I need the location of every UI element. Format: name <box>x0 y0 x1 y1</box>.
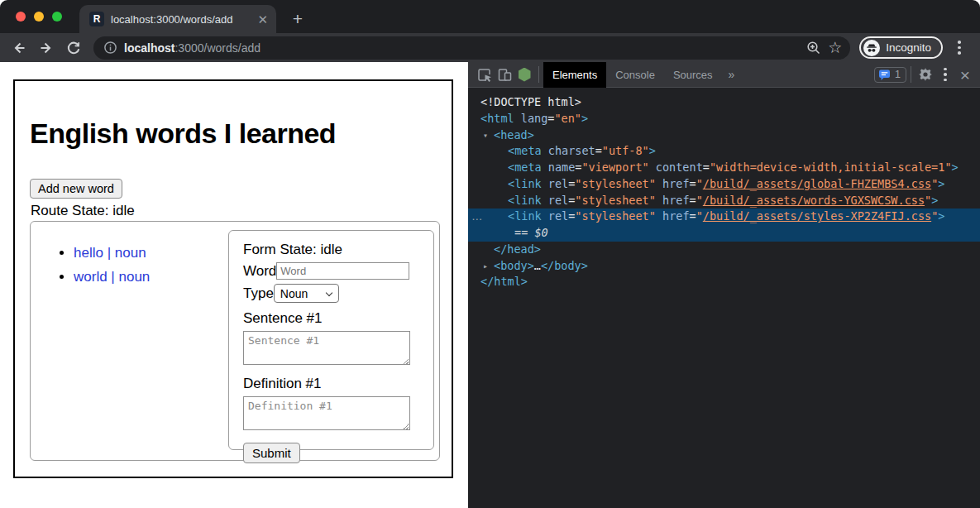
chevron-down-icon <box>326 290 332 296</box>
devtools-tab-console[interactable]: Console <box>606 62 664 88</box>
add-new-word-button[interactable]: Add new word <box>30 179 122 199</box>
back-icon[interactable] <box>8 37 30 59</box>
expand-arrow-right-icon[interactable]: ▸ <box>483 258 488 275</box>
devtools-toolbar: ElementsConsoleSources » 1 × <box>468 62 980 88</box>
devtools-close-icon[interactable]: × <box>955 65 975 84</box>
issues-counter[interactable]: 1 <box>874 67 906 83</box>
incognito-badge: Incognito <box>859 36 943 59</box>
dom-tree-line[interactable]: <link rel="stylesheet" href="/build/_ass… <box>468 193 980 209</box>
issues-count: 1 <box>895 69 901 80</box>
add-word-form: Form State: idle Word Type Noun <box>228 230 434 450</box>
definition-textarea[interactable] <box>243 396 410 430</box>
type-select-value: Noun <box>280 287 308 300</box>
settings-gear-icon[interactable] <box>915 65 935 84</box>
address-toolbar: localhost:3000/words/add ☆ Incognito <box>0 33 980 62</box>
incognito-icon <box>863 40 880 56</box>
new-tab-button[interactable]: + <box>288 9 308 29</box>
submit-button[interactable]: Submit <box>243 443 300 463</box>
traffic-lights <box>16 12 62 22</box>
word-list-item: hello | noun <box>74 245 150 261</box>
word-input[interactable] <box>276 262 409 280</box>
device-toolbar-icon[interactable] <box>495 65 514 84</box>
route-state-text: Route State: idle <box>31 203 135 219</box>
tab-close-icon[interactable]: ✕ <box>257 13 268 26</box>
dom-tree-line[interactable]: <!DOCTYPE html> <box>468 94 980 111</box>
dom-tree: <!DOCTYPE html><html lang="en">▾<head><m… <box>468 88 980 508</box>
dom-tree-line[interactable]: <meta charset="utf-8"> <box>468 143 980 160</box>
app-container: English words I learned Add new word Rou… <box>13 79 453 478</box>
browser-window: R localhost:3000/words/add ✕ + localhost… <box>0 0 980 508</box>
dom-tree-line[interactable]: <html lang="en"> <box>468 111 980 127</box>
page-title: English words I learned <box>30 117 336 150</box>
inspect-element-icon[interactable] <box>475 65 495 84</box>
definition-label: Definition #1 <box>243 376 420 392</box>
devtools-tab-sources[interactable]: Sources <box>664 62 722 88</box>
sentence-textarea[interactable] <box>243 331 410 365</box>
word-list-item: world | noun <box>74 269 150 285</box>
node-target-icon[interactable] <box>514 65 534 84</box>
type-select[interactable]: Noun <box>274 284 339 303</box>
address-bar[interactable]: localhost:3000/words/add ☆ <box>93 36 850 60</box>
dom-tree-line[interactable]: </html> <box>468 274 980 290</box>
incognito-label: Incognito <box>886 41 931 54</box>
sentence-label: Sentence #1 <box>243 310 420 327</box>
dom-tree-line[interactable]: ▾<head> <box>468 127 980 144</box>
forward-icon[interactable] <box>36 37 57 59</box>
more-actions-icon[interactable]: … <box>471 208 483 225</box>
word-label: Word <box>243 263 276 280</box>
zoom-page-icon[interactable] <box>806 41 821 55</box>
browser-menu-icon[interactable] <box>949 37 970 59</box>
dom-tree-line[interactable]: == $0 <box>468 225 980 242</box>
devtools-tab-elements[interactable]: Elements <box>543 62 606 88</box>
form-state-text: Form State: idle <box>243 242 420 258</box>
browser-tab[interactable]: R localhost:3000/words/add ✕ <box>79 5 276 33</box>
toolbar-divider <box>911 66 911 83</box>
expand-arrow-down-icon[interactable]: ▾ <box>483 127 488 144</box>
dom-tree-line[interactable]: <link rel="stylesheet" href="/build/_ass… <box>468 176 980 193</box>
url-text: localhost:3000/words/add <box>124 41 800 55</box>
devtools-tabs: ElementsConsoleSources <box>543 62 722 88</box>
maximize-window-button[interactable] <box>52 12 62 22</box>
reload-icon[interactable] <box>63 37 84 59</box>
dom-tree-line[interactable]: ▸<body>…</body> <box>468 258 980 275</box>
close-window-button[interactable] <box>16 12 26 22</box>
devtools-menu-icon[interactable] <box>935 65 955 84</box>
words-section: hello | nounworld | noun Form State: idl… <box>30 221 440 461</box>
word-link[interactable]: hello | noun <box>74 245 146 261</box>
remix-favicon-icon: R <box>89 12 104 26</box>
site-info-icon[interactable] <box>103 41 117 55</box>
devtools-panel: ElementsConsoleSources » 1 × <!DOCTYPE h… <box>468 62 980 508</box>
dom-tree-line[interactable]: <meta name="viewport" content="width=dev… <box>468 160 980 176</box>
minimize-window-button[interactable] <box>34 12 44 22</box>
url-path: :3000/words/add <box>174 41 261 55</box>
word-link[interactable]: world | noun <box>74 269 150 285</box>
bookmark-star-icon[interactable]: ☆ <box>828 38 842 57</box>
issues-bubble-icon <box>878 69 891 81</box>
word-list: hello | nounworld | noun <box>74 245 150 293</box>
tab-title: localhost:3000/words/add <box>111 13 251 26</box>
dom-tree-line[interactable]: </head> <box>468 242 980 258</box>
type-label: Type <box>243 285 274 302</box>
title-bar: R localhost:3000/words/add ✕ + <box>0 0 980 33</box>
dom-tree-line[interactable]: …<link rel="stylesheet" href="/build/_as… <box>468 208 980 225</box>
page-viewport: English words I learned Add new word Rou… <box>0 62 468 508</box>
toolbar-divider <box>538 66 539 83</box>
url-host: localhost <box>124 41 174 55</box>
more-tabs-button[interactable]: » <box>722 68 742 81</box>
